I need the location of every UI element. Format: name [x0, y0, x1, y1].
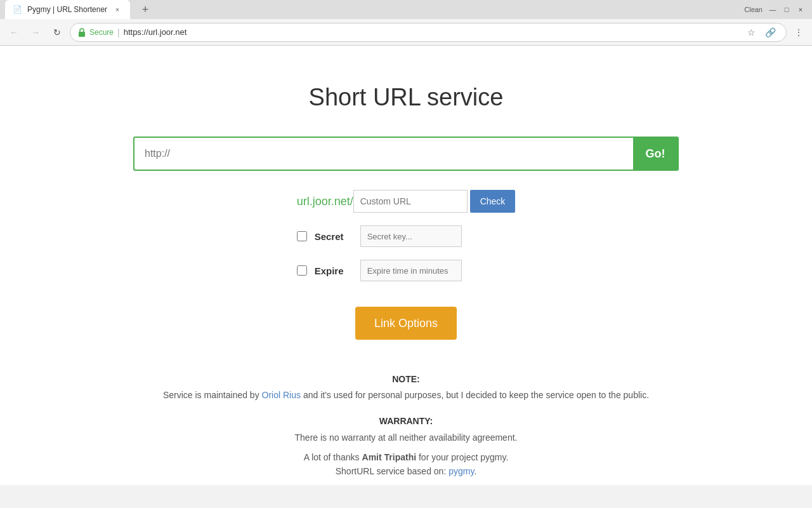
notes-section: NOTE: Service is maintained by Oriol Riu… [163, 371, 649, 403]
forward-button[interactable]: → [27, 23, 44, 41]
secure-icon [78, 28, 86, 37]
thanks-section: A lot of thanks Amit Tripathi for your p… [304, 452, 509, 462]
based-on-before: ShortURL service based on: [336, 466, 449, 476]
link-button[interactable]: 🔗 [762, 24, 778, 41]
secret-checkbox[interactable] [297, 231, 307, 241]
tab-icon: 📄 [13, 5, 22, 14]
based-on-section: ShortURL service based on: pygmy. [336, 466, 477, 476]
address-actions: ☆ 🔗 [743, 24, 778, 41]
go-button[interactable]: Go! [633, 138, 678, 170]
title-bar: 📄 Pygmy | URL Shortener × + Clean — □ × [0, 0, 812, 19]
note-heading: NOTE: [392, 374, 420, 384]
warranty-heading: WARRANTY: [379, 416, 433, 426]
reload-button[interactable]: ↻ [48, 23, 66, 41]
active-tab[interactable]: 📄 Pygmy | URL Shortener × [5, 0, 130, 19]
oriol-rius-link[interactable]: Oriol Rius [262, 390, 301, 400]
title-bar-left: 📄 Pygmy | URL Shortener × + [5, 0, 154, 19]
expire-input[interactable] [360, 260, 462, 281]
svg-rect-0 [79, 32, 85, 37]
close-button[interactable]: × [794, 3, 807, 16]
thanks-name: Amit Tripathi [362, 452, 417, 462]
based-on-after: . [474, 466, 476, 476]
custom-url-input[interactable] [353, 190, 468, 213]
url-input[interactable] [134, 138, 633, 170]
tab-close-button[interactable]: × [112, 4, 122, 15]
maximize-button[interactable]: □ [780, 3, 793, 16]
secure-text: Secure [89, 28, 114, 37]
page-content: Short URL service Go! url.joor.net/ Chec… [0, 46, 812, 485]
back-button[interactable]: ← [5, 23, 23, 41]
bookmark-button[interactable]: ☆ [743, 24, 759, 41]
note-text-after: and it's used for personal purposes, but… [301, 390, 649, 400]
address-bar-row: ← → ↻ Secure | https://url.joor.net ☆ 🔗 … [0, 19, 812, 46]
thanks-text-after: for your project pygmy. [416, 452, 508, 462]
expire-row: Expire [297, 260, 462, 281]
warranty-section: WARRANTY: There is no warranty at all ne… [295, 413, 518, 445]
pygmy-link[interactable]: pygmy [449, 466, 474, 476]
main-container: Short URL service Go! url.joor.net/ Chec… [121, 46, 691, 485]
options-section: url.joor.net/ Check Secret Expire [297, 190, 516, 281]
secret-input[interactable] [360, 225, 462, 247]
link-options-button[interactable]: Link Options [355, 307, 457, 340]
new-tab-button[interactable]: + [136, 1, 154, 18]
tab-title: Pygmy | URL Shortener [27, 5, 107, 14]
thanks-text-before: A lot of thanks [304, 452, 362, 462]
page-title: Short URL service [309, 84, 504, 111]
address-separator: | [117, 27, 120, 37]
browser-chrome: 📄 Pygmy | URL Shortener × + Clean — □ × … [0, 0, 812, 46]
secret-label: Secret [315, 231, 353, 242]
secret-row: Secret [297, 225, 462, 247]
check-button[interactable]: Check [470, 190, 516, 213]
custom-url-row: url.joor.net/ Check [297, 190, 516, 213]
note-text-before: Service is maintained by [163, 390, 262, 400]
warranty-text: There is no warranty at all neither avai… [295, 430, 518, 446]
url-prefix: url.joor.net/ [297, 195, 353, 208]
url-input-row: Go! [133, 137, 679, 171]
expire-label: Expire [315, 265, 353, 276]
address-url: https://url.joor.net [124, 27, 739, 37]
expire-checkbox[interactable] [297, 265, 307, 276]
window-controls: Clean — □ × [744, 3, 807, 16]
address-bar[interactable]: Secure | https://url.joor.net ☆ 🔗 [70, 23, 787, 42]
menu-button[interactable]: ⋮ [790, 24, 807, 41]
clean-label: Clean [744, 6, 763, 13]
minimize-button[interactable]: — [766, 3, 779, 16]
